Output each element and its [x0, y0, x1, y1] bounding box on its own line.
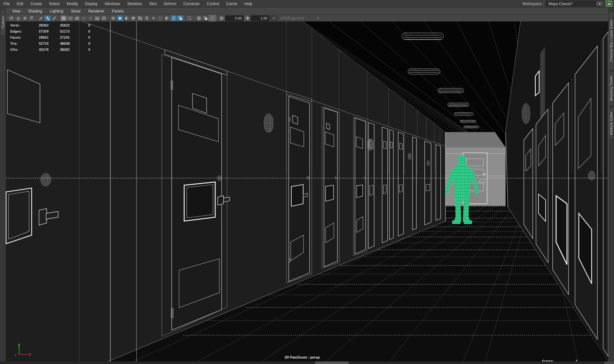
field-chart-icon[interactable]	[87, 15, 94, 21]
left-panel-strip: Outliner	[0, 8, 6, 364]
workspace-area: Workspace : Maya Classic* ▾	[523, 1, 614, 7]
contrast-icon[interactable]	[244, 15, 250, 21]
resolution-gate-icon[interactable]	[74, 15, 80, 21]
toolbar-separator	[216, 15, 218, 21]
workspace-select[interactable]: Maya Classic* ▾	[546, 1, 603, 7]
menu-item[interactable]: Select	[45, 0, 63, 7]
menu-item[interactable]: Display	[82, 0, 101, 7]
panel-menu-item[interactable]: Renderer	[84, 9, 108, 13]
time-slider-handle[interactable]	[315, 361, 349, 364]
bookmark-icon[interactable]	[28, 15, 35, 21]
left-wall-door	[353, 117, 367, 256]
toolbar-separator	[184, 15, 186, 21]
viewport-toolbar: 0.00 1.00 off sRGB gamma ▾	[0, 15, 614, 21]
exposure-field[interactable]: 0.00	[225, 15, 244, 21]
menu-item[interactable]: Help	[241, 0, 256, 7]
panel-menu-item[interactable]: Shading	[24, 9, 46, 13]
lock-icon	[608, 2, 611, 5]
gate-mask-icon[interactable]	[81, 15, 87, 21]
menu-item[interactable]: File	[0, 0, 13, 7]
corner-grip	[604, 361, 614, 364]
stats-row: Verts:28362256220	[10, 22, 90, 28]
grid-toggle-icon[interactable]	[60, 15, 67, 21]
gamma-caret-icon[interactable]: ▾	[315, 15, 321, 21]
grease-pencil-icon[interactable]	[38, 15, 44, 21]
panel-menu-item[interactable]: Panels	[108, 9, 128, 13]
axis-y-label: y	[18, 343, 20, 347]
menu-item[interactable]: Cache	[223, 0, 241, 7]
gamma-select[interactable]: sRGB gamma	[278, 15, 306, 21]
film-gate-icon[interactable]	[67, 15, 74, 21]
tab-outliner[interactable]: Outliner	[0, 10, 5, 35]
menu-item[interactable]: Edit	[13, 0, 27, 7]
motion-blur-icon[interactable]	[164, 15, 170, 21]
viewport-renderer-icon[interactable]	[170, 15, 177, 21]
panel-menu-item[interactable]: View	[8, 9, 24, 13]
wireframe-corridor-scene: .ln{stroke:#e2e2e2;stroke-width:1.2;fill…	[6, 21, 608, 361]
safe-title-icon[interactable]	[101, 15, 107, 21]
material-sphere-icon[interactable]	[123, 15, 130, 21]
menu-bar: FileEditCreateSelectModifyDisplayWindows…	[0, 0, 614, 8]
ambient-occlusion-icon[interactable]	[157, 15, 163, 21]
camera-select-icon[interactable]	[8, 15, 15, 21]
panel-menu-bar: ViewShadingLightingShowRendererPanels	[0, 8, 614, 15]
object-select-icon[interactable]	[186, 15, 193, 21]
gamma-off-toggle[interactable]: off	[270, 15, 278, 21]
lighting-icon[interactable]	[144, 15, 150, 21]
view-axis-gizmo: y z x	[10, 342, 33, 358]
right-panel-strip: Channel Box / Layer Editor Modeling Tool…	[608, 8, 614, 364]
menu-item[interactable]: Deform	[160, 0, 180, 7]
tab-channel-box[interactable]: Channel Box / Layer Editor	[609, 12, 614, 70]
grease-pencil-edit-icon[interactable]	[51, 15, 58, 21]
stats-row: Tris:52715480380	[10, 40, 90, 46]
perspective-viewport[interactable]: .ln{stroke:#e2e2e2;stroke-width:1.2;fill…	[6, 21, 608, 361]
menu-item[interactable]: Skin	[146, 0, 160, 7]
toolbar-separator	[107, 15, 110, 21]
stats-row: UVs:43176382620	[10, 46, 90, 52]
tab-modeling-toolkit[interactable]: Modeling Toolkit	[609, 72, 614, 106]
wireframe-on-shaded-icon[interactable]	[137, 15, 143, 21]
chevron-down-icon[interactable]: ▾	[596, 1, 603, 6]
menu-item[interactable]: Modify	[63, 0, 81, 7]
time-slider-strip	[0, 361, 614, 364]
menu-item[interactable]: Constrain	[180, 0, 203, 7]
camera-lock-icon[interactable]	[15, 15, 21, 21]
tab-attribute-editor[interactable]: Attribute Editor	[609, 107, 614, 139]
workspace-label: Workspace :	[523, 2, 544, 6]
panel-menu-item[interactable]: Lighting	[46, 9, 67, 13]
shaded-display-icon[interactable]	[117, 15, 123, 21]
menu-item[interactable]: Create	[27, 0, 45, 7]
workspace-lock-button[interactable]	[606, 1, 612, 7]
shadows-icon[interactable]	[150, 15, 157, 21]
poly-count-hud: Verts:28362256220 Edges:57209521730 Face…	[10, 22, 90, 52]
axis-x-label: x	[29, 352, 31, 357]
isolate-add-icon[interactable]	[202, 15, 209, 21]
menu-item[interactable]: Control	[203, 0, 223, 7]
pan-zoom-tool-icon[interactable]	[44, 15, 51, 21]
toolbar-separator	[35, 15, 37, 21]
isolate-select-icon[interactable]	[177, 15, 184, 21]
toolbar-separator	[193, 15, 195, 21]
xray-icon[interactable]	[209, 15, 216, 21]
main-menu: FileEditCreateSelectModifyDisplayWindows…	[0, 0, 256, 7]
toolbar-separator	[58, 15, 60, 21]
menu-item[interactable]: Windows	[101, 0, 124, 7]
exposure-icon[interactable]	[218, 15, 225, 21]
wireframe-display-icon[interactable]	[110, 15, 116, 21]
menu-item[interactable]: Skeleton	[124, 0, 146, 7]
left-wall-door	[322, 107, 339, 268]
camera-hud-label: 2D Pan/Zoom : persp	[285, 355, 320, 359]
axis-z-label: z	[15, 353, 17, 357]
stats-row: Edges:57209521730	[10, 28, 90, 34]
stats-row: Faces:29651272410	[10, 34, 90, 40]
workspace-value: Maya Classic*	[546, 2, 596, 6]
contrast-field[interactable]: 1.00	[251, 15, 269, 21]
left-wall-door	[287, 91, 312, 283]
panel-menu-item[interactable]: Show	[67, 9, 84, 13]
textured-display-icon[interactable]	[130, 15, 137, 21]
image-plane-icon[interactable]	[94, 15, 100, 21]
camera-attributes-icon[interactable]	[22, 15, 28, 21]
left-wall-door	[162, 50, 230, 336]
isolate-selected-icon[interactable]	[196, 15, 202, 21]
